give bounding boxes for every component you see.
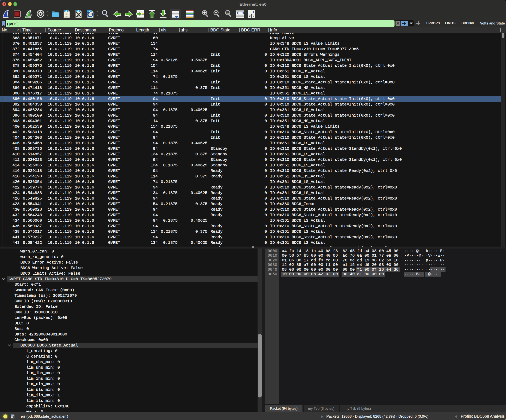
svg-text:3: 3 xyxy=(253,14,254,17)
svg-text:01010: 01010 xyxy=(65,13,68,14)
svg-text:2: 2 xyxy=(249,14,250,17)
svg-text:1: 1 xyxy=(253,11,254,14)
svg-text:01101: 01101 xyxy=(65,14,68,16)
svg-text:01110: 01110 xyxy=(65,16,68,17)
